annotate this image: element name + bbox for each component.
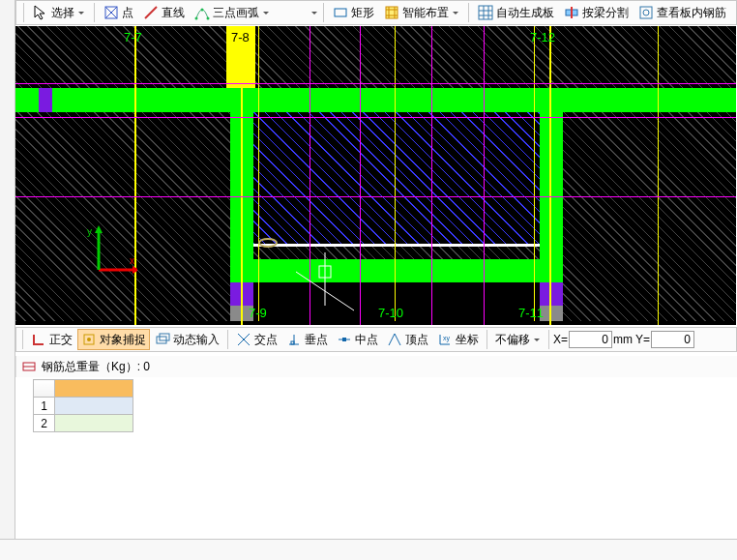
- dropdown-icon[interactable]: [533, 329, 541, 350]
- gridline-right-edge: [658, 26, 659, 325]
- svg-point-23: [259, 239, 277, 247]
- cell-A2[interactable]: [55, 415, 133, 432]
- svg-text:xy: xy: [443, 335, 451, 342]
- toolbar-separator: [486, 330, 487, 349]
- dim-vertical-4: [484, 26, 485, 325]
- view-icon: [638, 5, 654, 20]
- line-button[interactable]: 直线: [139, 2, 189, 23]
- dropdown-icon[interactable]: [452, 2, 459, 23]
- grid-label-7-7: 7-7: [124, 30, 142, 44]
- smart-label: 智能布置: [402, 5, 449, 21]
- dim-line-upper: [15, 83, 736, 84]
- snap-perpendicular[interactable]: 垂点: [282, 329, 332, 350]
- result-sheet[interactable]: 1 2: [33, 379, 133, 432]
- offset-mode[interactable]: 不偏移: [491, 329, 545, 350]
- autogen-button[interactable]: 自动生成板: [474, 2, 558, 23]
- ortho-toggle[interactable]: 正交: [27, 329, 76, 350]
- svg-point-6: [201, 9, 204, 12]
- toolbar-separator: [23, 3, 24, 22]
- point-icon: [103, 5, 119, 20]
- rebar-weight-label: 钢筋总重量（Kg）: 0: [42, 359, 150, 375]
- row-header-2[interactable]: 2: [34, 415, 55, 432]
- ortho-icon: [31, 332, 46, 347]
- view-rebar-button[interactable]: 查看板内钢筋: [634, 2, 730, 23]
- grid-label-7-8: 7-8: [231, 30, 250, 44]
- cursor-icon: [33, 5, 48, 20]
- arc3-button[interactable]: 三点画弧: [191, 2, 274, 23]
- snap-coordinate[interactable]: xy 坐标: [433, 329, 483, 350]
- x-label: X=: [553, 333, 568, 346]
- gridline-7-7: [134, 26, 136, 325]
- beam-horizontal-top: [15, 88, 736, 112]
- arc3-label: 三点画弧: [213, 5, 259, 21]
- svg-line-3: [145, 7, 157, 18]
- snap-marker: [257, 237, 279, 249]
- intersection-icon: [236, 332, 251, 347]
- y-label: Y=: [635, 333, 650, 346]
- y-input[interactable]: 0: [651, 331, 694, 348]
- offset-label: 不偏移: [495, 332, 530, 348]
- dropdown-icon[interactable]: [77, 2, 85, 23]
- gridline-7-9: [258, 26, 259, 321]
- dim-line-under-beam: [15, 117, 736, 118]
- point-button[interactable]: 点: [100, 2, 137, 23]
- table-row[interactable]: 1: [34, 398, 133, 415]
- snap-intersection[interactable]: 交点: [232, 329, 281, 350]
- snap-midpoint[interactable]: 中点: [333, 329, 382, 350]
- mm-label: mm: [613, 333, 633, 346]
- line-label: 直线: [162, 5, 185, 21]
- svg-rect-7: [335, 9, 346, 16]
- toolbar-separator: [22, 330, 23, 349]
- table-row[interactable]: 2: [34, 415, 133, 432]
- rect-button[interactable]: 矩形: [329, 2, 378, 23]
- column-edge-left: [39, 88, 52, 112]
- svg-rect-32: [342, 338, 346, 341]
- svg-rect-8: [386, 7, 398, 18]
- svg-rect-12: [640, 7, 652, 18]
- corner-cell: [34, 380, 55, 398]
- snap-apex[interactable]: 顶点: [383, 329, 432, 350]
- row-header-1[interactable]: 1: [34, 398, 55, 415]
- cursor-crosshair: [296, 252, 373, 325]
- cell-A1[interactable]: [55, 398, 133, 415]
- smart-button[interactable]: 智能布置: [380, 2, 463, 23]
- beam-bottom-white: [230, 244, 563, 247]
- svg-point-13: [643, 10, 649, 15]
- svg-text:x: x: [130, 255, 134, 266]
- rect-label: 矩形: [351, 5, 374, 21]
- drawing-canvas[interactable]: 7-7 7-8 7-12 7-9 7-10 7-11 x y: [15, 26, 736, 325]
- grid-label-7-12: 7-12: [530, 30, 555, 44]
- svg-text:y: y: [87, 226, 92, 237]
- snap-mid-label: 中点: [355, 332, 378, 348]
- perp-icon: [286, 332, 302, 347]
- dyn-toggle[interactable]: 动态输入: [151, 329, 223, 350]
- arc-icon: [194, 5, 210, 20]
- autogen-label: 自动生成板: [496, 5, 554, 21]
- osnap-icon: [81, 332, 97, 347]
- ortho-label: 正交: [49, 332, 73, 348]
- view-rebar-label: 查看板内钢筋: [657, 5, 726, 21]
- svg-rect-9: [479, 6, 492, 19]
- osnap-label: 对象捕捉: [100, 332, 146, 348]
- split-button[interactable]: 按梁分割: [560, 2, 633, 23]
- toolbar-separator: [227, 330, 228, 349]
- dropdown-icon[interactable]: [262, 2, 270, 23]
- select-button[interactable]: 选择: [29, 2, 89, 23]
- dropdown-icon[interactable]: [310, 2, 318, 23]
- svg-rect-30: [291, 341, 294, 344]
- sheet-header: [34, 380, 133, 398]
- rebar-icon: [22, 360, 36, 373]
- snap-apex-label: 顶点: [405, 332, 428, 348]
- gridline-7-10: [395, 26, 396, 321]
- apex-icon: [387, 332, 402, 347]
- osnap-toggle[interactable]: 对象捕捉: [77, 329, 150, 350]
- snap-coord-label: 坐标: [456, 332, 479, 348]
- ucs-icon: x y: [79, 221, 137, 280]
- select-label: 选择: [51, 5, 74, 21]
- toolbar-separator: [548, 330, 549, 349]
- autogen-icon: [478, 5, 493, 20]
- svg-point-25: [87, 338, 91, 341]
- column-bottom-right: [540, 282, 563, 306]
- col-header-A[interactable]: [55, 380, 133, 398]
- x-input[interactable]: 0: [569, 331, 612, 348]
